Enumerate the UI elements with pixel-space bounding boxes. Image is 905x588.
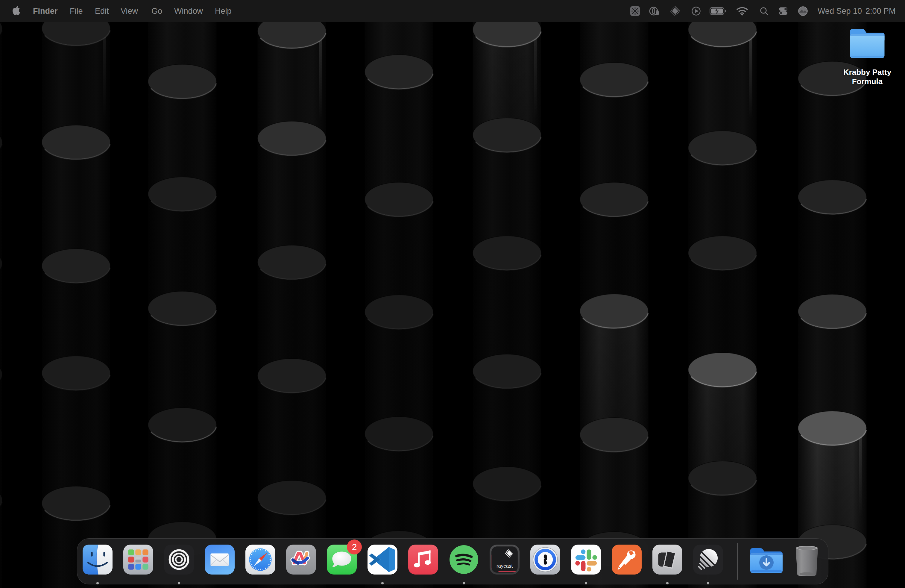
svg-text:raycast: raycast — [497, 563, 513, 569]
